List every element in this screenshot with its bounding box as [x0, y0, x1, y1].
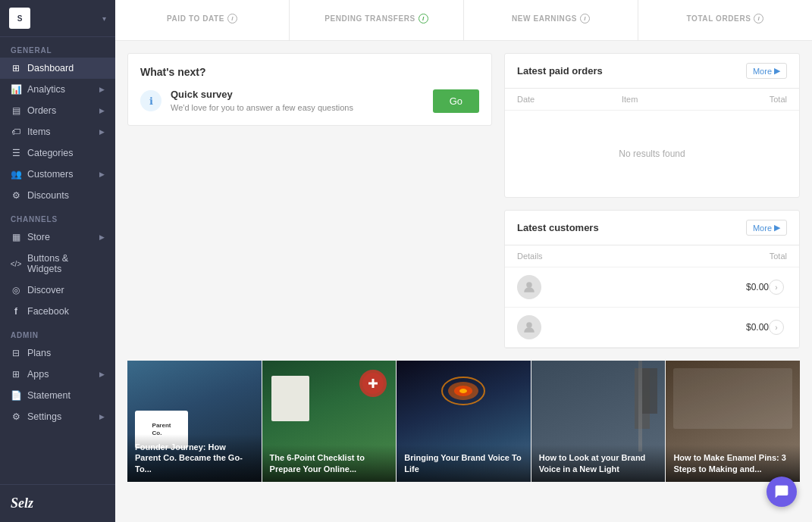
sidebar-item-label: Plans [27, 348, 51, 358]
customer-avatar [517, 275, 541, 299]
sidebar-item-label: Apps [27, 369, 49, 380]
sidebar: S ▾ GENERAL ⊞ Dashboard 📊 Analytics ▶ ▤ … [0, 0, 115, 522]
discounts-icon: ⚙ [11, 190, 21, 201]
sidebar-item-categories[interactable]: ☰ Categories [0, 142, 115, 164]
orders-col-date: Date [517, 95, 622, 104]
blog-card-overlay: Founder Journey: How Parent Co. Became t… [127, 434, 262, 482]
survey-icon: ℹ [140, 90, 161, 111]
stat-total-orders: TOTAL ORDERS i [638, 0, 812, 40]
blog-card-brand-voice[interactable]: Bringing Your Brand Voice To Life [397, 361, 531, 482]
sidebar-item-buttons-widgets[interactable]: </> Buttons & Widgets [0, 248, 115, 280]
stats-bar: PAID TO DATE i PENDING TRANSFERS i NEW E… [115, 0, 812, 41]
svg-point-7 [459, 389, 467, 393]
latest-orders-more-button[interactable]: More ▶ [746, 63, 787, 79]
customer-row: $0.00 › [505, 308, 799, 348]
whats-next-title: What's next? [140, 66, 479, 78]
sidebar-item-discounts[interactable]: ⚙ Discounts [0, 185, 115, 206]
sidebar-item-label: Discover [27, 285, 64, 295]
svg-point-0 [526, 282, 532, 288]
latest-customers-more-button[interactable]: More ▶ [746, 220, 787, 236]
stat-label-paid: PAID TO DATE i [130, 14, 274, 23]
survey-text: Quick survey We'd love for you to answer… [171, 89, 424, 113]
sidebar-item-label: Discounts [27, 190, 69, 201]
blog-card-title: Founder Journey: How Parent Co. Became t… [135, 442, 254, 474]
blog-card-overlay: Bringing Your Brand Voice To Life [397, 445, 531, 482]
sidebar-item-label: Buttons & Widgets [27, 253, 105, 274]
customers-arrow-icon: ▶ [99, 170, 105, 178]
orders-col-item: Item [622, 95, 726, 104]
store-icon: ▦ [11, 232, 21, 242]
store-arrow-icon: ▶ [99, 233, 105, 241]
customers-column-headers: Details Total [505, 245, 799, 267]
customer-total: $0.00 [708, 282, 769, 292]
blog-card-title: Bringing Your Brand Voice To Life [404, 452, 523, 474]
blog-card-title: The 6-Point Checklist to Prepare Your On… [270, 452, 389, 474]
sidebar-item-customers[interactable]: 👥 Customers ▶ [0, 164, 115, 185]
sidebar-item-settings[interactable]: ⚙ Settings ▶ [0, 406, 115, 427]
sidebar-item-label: Orders [27, 105, 56, 116]
sidebar-item-label: Store [27, 232, 50, 242]
sidebar-item-label: Customers [27, 169, 73, 180]
content-area: What's next? ℹ Quick survey We'd love fo… [115, 41, 812, 361]
stat-label-pending: PENDING TRANSFERS i [305, 14, 448, 23]
paid-info-icon[interactable]: i [227, 14, 237, 23]
orders-icon: ▤ [11, 105, 21, 116]
earnings-info-icon[interactable]: i [580, 14, 590, 23]
pending-info-icon[interactable]: i [419, 14, 428, 23]
customers-icon: 👥 [11, 169, 21, 180]
statement-icon: 📄 [11, 390, 21, 401]
analytics-arrow-icon: ▶ [99, 86, 105, 93]
sidebar-section-channels: CHANNELS [0, 206, 115, 227]
sidebar-item-analytics[interactable]: 📊 Analytics ▶ [0, 79, 115, 100]
sidebar-item-plans[interactable]: ⊟ Plans [0, 342, 115, 364]
sidebar-item-label: Settings [27, 411, 61, 422]
orders-info-icon[interactable]: i [754, 14, 763, 23]
sidebar-item-items[interactable]: 🏷 Items ▶ [0, 121, 115, 142]
sidebar-item-facebook[interactable]: f Facebook [0, 301, 115, 322]
stat-new-earnings: NEW EARNINGS i [464, 0, 638, 40]
analytics-icon: 📊 [11, 84, 21, 95]
blog-card-founder-journey[interactable]: ParentCo. Founder Journey: How Parent Co… [127, 361, 262, 482]
blog-card-brand-voice-new-light[interactable]: How to Look at your Brand Voice in a New… [531, 361, 666, 482]
survey-description: We'd love for you to answer a few easy q… [171, 103, 353, 112]
items-arrow-icon: ▶ [99, 128, 105, 136]
sidebar-logo: S [9, 8, 30, 29]
customer-chevron-icon[interactable]: › [769, 280, 784, 295]
sidebar-item-label: Facebook [27, 306, 69, 317]
sidebar-item-statement[interactable]: 📄 Statement [0, 385, 115, 406]
apps-arrow-icon: ▶ [99, 370, 105, 378]
blog-card-title: How to Look at your Brand Voice in a New… [539, 452, 658, 474]
settings-icon: ⚙ [11, 411, 21, 422]
sidebar-item-store[interactable]: ▦ Store ▶ [0, 227, 115, 248]
buttons-icon: </> [11, 258, 21, 269]
sidebar-section-admin: ADMIN [0, 322, 115, 342]
blog-card-checklist[interactable]: The 6-Point Checklist to Prepare Your On… [262, 361, 397, 482]
blog-section: ParentCo. Founder Journey: How Parent Co… [127, 361, 800, 482]
stat-paid-to-date: PAID TO DATE i [115, 0, 290, 40]
sidebar-item-apps[interactable]: ⊞ Apps ▶ [0, 364, 115, 385]
plans-icon: ⊟ [11, 348, 21, 358]
latest-orders-header: Latest paid orders More ▶ [505, 54, 799, 89]
orders-col-total: Total [726, 95, 787, 104]
sidebar-logo-area[interactable]: S ▾ [0, 0, 115, 37]
customer-avatar [517, 315, 541, 339]
stat-label-orders: TOTAL ORDERS i [654, 14, 797, 23]
customers-col-details: Details [517, 252, 726, 261]
dashboard-icon: ⊞ [11, 63, 21, 73]
latest-orders-title: Latest paid orders [517, 65, 603, 77]
survey-go-button[interactable]: Go [433, 89, 479, 113]
orders-column-headers: Date Item Total [505, 89, 799, 111]
left-column: What's next? ℹ Quick survey We'd love fo… [127, 53, 492, 349]
customer-chevron-icon[interactable]: › [769, 320, 784, 335]
settings-arrow-icon: ▶ [99, 413, 105, 420]
sidebar-chevron-icon: ▾ [102, 14, 106, 23]
sidebar-item-label: Categories [27, 148, 73, 158]
whats-next-card: What's next? ℹ Quick survey We'd love fo… [127, 53, 492, 126]
sidebar-item-dashboard[interactable]: ⊞ Dashboard [0, 58, 115, 79]
sidebar-item-label: Dashboard [27, 63, 74, 73]
sidebar-item-orders[interactable]: ▤ Orders ▶ [0, 100, 115, 121]
blog-card-enamel-pins[interactable]: How to Make Enamel Pins: 3 Steps to Maki… [666, 361, 800, 482]
chat-button[interactable] [767, 477, 797, 507]
orders-no-results: No results found [505, 111, 799, 197]
sidebar-item-discover[interactable]: ◎ Discover [0, 280, 115, 301]
